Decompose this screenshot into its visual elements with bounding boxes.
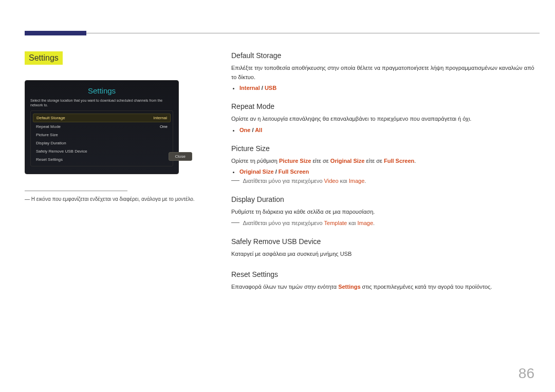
options-default-storage: Internal / USB: [231, 85, 534, 91]
desc-picture-size: Ορίστε τη ρύθμιση Picture Size είτε σε O…: [231, 157, 534, 166]
page-header-decoration: [0, 31, 555, 37]
option-item: Original Size / Full Screen: [239, 169, 534, 175]
desc-highlight: Settings: [338, 284, 360, 290]
osd-title: Settings: [30, 85, 173, 98]
options-picture-size: Original Size / Full Screen: [231, 169, 534, 175]
desc-default-storage: Επιλέξτε την τοποθεσία αποθήκευσης στην …: [231, 64, 534, 82]
option-separator: /: [274, 169, 279, 175]
heading-safely-remove-usb: Safely Remove USB Device: [231, 237, 534, 246]
tv-settings-panel: Settings Select the storage location tha…: [25, 80, 199, 174]
desc-reset-settings: Επαναφορά όλων των τιμών στην ενότητα Se…: [231, 283, 534, 292]
desc-text: στις προεπιλεγμένες κατά την αγορά του π…: [361, 284, 492, 290]
note-text: και: [339, 178, 349, 184]
desc-highlight: Full Screen: [384, 158, 414, 164]
options-repeat-mode: One / All: [231, 127, 534, 133]
osd-menu-list: Default Storage Internal Repeat Mode One…: [30, 110, 173, 166]
osd-row-label: Repeat Mode: [36, 124, 61, 129]
osd-description: Select the storage location that you wan…: [30, 98, 173, 107]
option-usb: USB: [265, 85, 276, 91]
footnote-body: Η εικόνα που εμφανίζεται ενδέχεται να δι…: [31, 196, 195, 202]
section-display-duration: Display Duration Ρυθμίστε τη διάρκεια γι…: [231, 195, 534, 226]
osd-row-label: Display Duration: [36, 141, 66, 145]
note-dash-icon: [231, 222, 239, 223]
note-dash-icon: [231, 180, 239, 181]
osd-row-label: Default Storage: [36, 116, 65, 120]
option-item: One / All: [239, 127, 534, 133]
desc-highlight: Picture Size: [279, 158, 311, 164]
osd-row-label: Picture Size: [36, 133, 58, 137]
osd-row-label: Reset Settings: [36, 157, 63, 162]
note-highlight: Image: [349, 178, 365, 184]
left-column: Settings Settings Select the storage loc…: [25, 51, 199, 203]
desc-safely-remove-usb: Καταργεί με ασφάλεια μια συσκευή μνήμης …: [231, 250, 534, 259]
heading-default-storage: Default Storage: [231, 51, 534, 60]
note-picture-size: Διατίθεται μόνο για περιεχόμενο Video κα…: [231, 178, 534, 184]
osd-row-repeat-mode[interactable]: Repeat Mode One: [33, 123, 171, 130]
header-rule: [86, 33, 540, 33]
osd-row-label: Safely Remove USB Device: [36, 149, 87, 154]
osd-row-value: One: [160, 124, 168, 129]
note-display-duration: Διατίθεται μόνο για περιεχόμενο Template…: [231, 220, 534, 226]
footnote-text: ― Η εικόνα που εμφανίζεται ενδέχεται να …: [25, 195, 199, 203]
note-text: και: [347, 220, 357, 226]
osd-row-display-duration[interactable]: Display Duration: [33, 139, 171, 147]
section-repeat-mode: Repeat Mode Ορίστε αν η λειτουργία επανά…: [231, 102, 534, 133]
osd-row-safely-remove[interactable]: Safely Remove USB Device: [33, 147, 171, 155]
desc-text: Επαναφορά όλων των τιμών στην ενότητα: [231, 284, 338, 290]
option-one: One: [239, 127, 250, 133]
option-original-size: Original Size: [239, 169, 274, 175]
section-reset-settings: Reset Settings Επαναφορά όλων των τιμών …: [231, 270, 534, 292]
note-highlight: Video: [324, 178, 339, 184]
section-safely-remove-usb: Safely Remove USB Device Καταργεί με ασφ…: [231, 237, 534, 259]
right-column: Default Storage Επιλέξτε την τοποθεσία α…: [231, 51, 534, 303]
heading-picture-size: Picture Size: [231, 144, 534, 153]
option-item: Internal / USB: [239, 85, 534, 91]
osd-row-reset-settings[interactable]: Reset Settings: [33, 156, 171, 163]
osd-row-default-storage[interactable]: Default Storage Internal: [33, 114, 171, 122]
close-button[interactable]: Close: [169, 152, 192, 161]
option-separator: /: [260, 85, 265, 91]
footnote-dash: ―: [25, 196, 30, 202]
desc-text: είτε σε: [364, 158, 383, 164]
section-picture-size: Picture Size Ορίστε τη ρύθμιση Picture S…: [231, 144, 534, 184]
note-text: Διατίθεται μόνο για περιεχόμενο: [243, 178, 324, 184]
note-highlight: Template: [324, 220, 347, 226]
option-all: All: [255, 127, 262, 133]
footnote-divider: [25, 191, 127, 191]
option-internal: Internal: [239, 85, 260, 91]
desc-text: Ορίστε τη ρύθμιση: [231, 158, 279, 164]
option-full-screen: Full Screen: [279, 169, 309, 175]
desc-repeat-mode: Ορίστε αν η λειτουργία επανάληψης θα επα…: [231, 115, 534, 124]
osd-row-value: Internal: [153, 116, 167, 120]
page-number: 86: [519, 365, 534, 382]
section-title-settings: Settings: [25, 51, 63, 65]
desc-highlight: Original Size: [330, 158, 365, 164]
option-separator: /: [250, 127, 255, 133]
note-text: .: [373, 220, 375, 226]
header-bar: [25, 31, 86, 35]
note-text: .: [364, 178, 366, 184]
section-default-storage: Default Storage Επιλέξτε την τοποθεσία α…: [231, 51, 534, 91]
heading-reset-settings: Reset Settings: [231, 270, 534, 278]
osd-row-picture-size[interactable]: Picture Size: [33, 131, 171, 139]
heading-display-duration: Display Duration: [231, 195, 534, 203]
desc-text: είτε σε: [311, 158, 330, 164]
desc-text: .: [414, 158, 416, 164]
note-text: Διατίθεται μόνο για περιεχόμενο: [243, 220, 324, 226]
settings-osd: Settings Select the storage location tha…: [25, 80, 179, 174]
desc-display-duration: Ρυθμίστε τη διάρκεια για κάθε σελίδα σε …: [231, 208, 534, 217]
heading-repeat-mode: Repeat Mode: [231, 102, 534, 110]
note-highlight: Image: [357, 220, 373, 226]
